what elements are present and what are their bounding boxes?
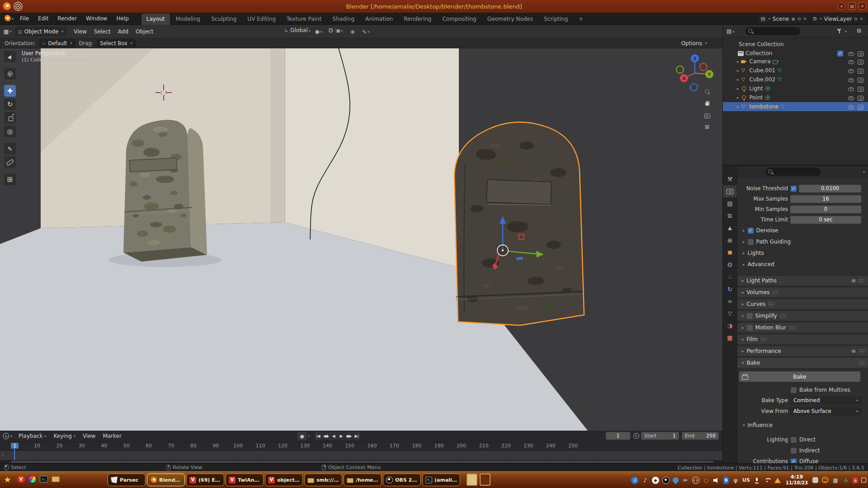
properties-tab[interactable] [723, 258, 737, 271]
menu-item[interactable]: Render [57, 15, 77, 22]
frame-ruler[interactable]: 1102030405060708090100110120130140150160… [4, 441, 584, 450]
outliner-object-row[interactable]: ▸ Cube.001 [723, 66, 868, 75]
properties-filter-dropdown[interactable]: ▾ [862, 169, 865, 175]
timeline-scrub-area[interactable] [0, 450, 722, 460]
workspace-tab[interactable]: Geometry Nodes [482, 14, 538, 25]
tool-button[interactable] [4, 156, 16, 168]
frame-end-field[interactable]: End250 [682, 432, 719, 440]
current-frame-field[interactable]: 1 [606, 432, 630, 440]
workspace-tab[interactable]: Layout [142, 14, 170, 25]
tool-button[interactable] [4, 143, 16, 155]
close-icon[interactable]: ✕ [860, 16, 863, 21]
taskbar-app-button[interactable]: OBS 29... [383, 474, 421, 486]
scene-selector[interactable]: ▤▾ Scene ◉ ⧉ ✕ [759, 14, 808, 23]
tray-icon[interactable]: US [742, 477, 750, 484]
outliner-object-row[interactable]: ▸ Cube.002 [723, 75, 868, 84]
snapping-group[interactable]: Ω |▦▾ [327, 27, 345, 36]
timeline-menu-item[interactable]: Playback▾ [19, 433, 47, 439]
transport-button[interactable]: |◀ [314, 434, 322, 438]
timeline-scrollbar[interactable] [0, 460, 722, 463]
properties-search-input[interactable] [765, 168, 821, 176]
render-visibility-icon[interactable] [857, 77, 864, 83]
maroon-swatch[interactable] [480, 474, 491, 486]
eye-icon[interactable] [848, 86, 854, 92]
render-visibility-icon[interactable] [857, 59, 864, 65]
tray-icon[interactable] [671, 476, 679, 484]
tray-icon[interactable] [631, 477, 638, 484]
transport-button[interactable]: ▶ [337, 434, 345, 438]
mode-dropdown[interactable]: ◻ Object Mode ▾ [15, 27, 66, 37]
tan-swatch[interactable] [467, 474, 477, 486]
axis-minus-x[interactable] [700, 63, 707, 70]
property-subsection[interactable]: ▸ Denoise [743, 226, 868, 235]
workspace-tab[interactable]: Sculpting [206, 14, 241, 25]
tray-icon[interactable] [692, 477, 699, 484]
tray-icon[interactable] [861, 478, 866, 483]
tray-icon[interactable] [764, 477, 771, 484]
frame-start-field[interactable]: Start1 [641, 432, 679, 440]
drag-dropdown[interactable]: Select Box▾ [97, 39, 136, 47]
property-section-header[interactable]: ▸ Curves ≡ [737, 299, 868, 310]
zoom-icon[interactable] [702, 87, 712, 96]
properties-tab[interactable] [723, 222, 737, 234]
expander-icon[interactable]: ▸ [737, 104, 739, 109]
outliner-search-input[interactable] [745, 27, 801, 35]
copy-icon[interactable]: ⧉ [797, 16, 801, 22]
properties-tab[interactable] [723, 332, 737, 344]
tray-icon[interactable] [713, 477, 720, 484]
diffuse-checkbox[interactable] [791, 459, 797, 464]
auto-keying-record-button[interactable]: ● [297, 432, 307, 440]
tool-button[interactable] [4, 126, 16, 137]
properties-tab[interactable] [723, 173, 737, 185]
scene-collection-row[interactable]: Scene Collection [723, 40, 868, 49]
render-visibility-icon[interactable] [857, 86, 864, 92]
tray-icon[interactable] [853, 477, 858, 483]
outliner-object-row[interactable]: ▸ Point [723, 93, 868, 102]
taskbar-app-button[interactable]: Parsec [108, 474, 146, 486]
viewlayer-selector[interactable]: ⧉▾ ViewLayer ⧉ ✕ [811, 14, 865, 23]
subsection-checkbox[interactable] [748, 239, 754, 245]
expander-icon[interactable]: ▸ [737, 68, 739, 73]
view-from-dropdown[interactable]: Above Surface▾ [790, 407, 861, 415]
outliner-object-row[interactable]: ▸ Light [723, 84, 868, 93]
blender-menu-icon[interactable] [4, 15, 11, 22]
transport-button[interactable]: ◀ [330, 434, 337, 438]
render-visibility-icon[interactable] [857, 104, 864, 110]
workspace-tab[interactable]: UV Editing [242, 14, 281, 25]
tool-button[interactable] [4, 68, 16, 80]
taskbar-app-button[interactable]: object ... [265, 474, 303, 486]
property-subsection[interactable]: ▸ Advanced [743, 260, 868, 268]
viewport-menu-item[interactable]: View [74, 28, 86, 35]
eye-icon[interactable] [848, 104, 854, 110]
viewport-menu-item[interactable]: Object [136, 28, 153, 35]
eye-icon[interactable] [848, 51, 854, 56]
property-section-header[interactable]: ▸ Volumes ≡ [737, 287, 868, 298]
tray-icon[interactable] [723, 477, 729, 484]
drag-grip-icon[interactable] [859, 349, 865, 353]
eye-icon[interactable] [848, 77, 854, 83]
property-value-field[interactable]: 0 [790, 206, 861, 213]
vivaldi-quick-icon[interactable]: V [17, 475, 25, 483]
section-checkbox[interactable] [747, 313, 753, 319]
render-visibility-icon[interactable] [857, 68, 864, 74]
drag-grip-icon[interactable] [760, 337, 767, 342]
workspace-tab[interactable]: Modeling [171, 14, 206, 25]
taskbar-clock[interactable]: 4:19 11/10/23 [786, 474, 808, 486]
transport-button[interactable]: ◀◆ [322, 434, 330, 438]
properties-tab[interactable] [723, 283, 737, 295]
tray-icon[interactable] [682, 477, 689, 484]
multires-checkbox[interactable] [791, 387, 797, 393]
tray-icon[interactable] [812, 477, 818, 483]
transform-orientation-dropdown[interactable]: ∟ Global▾ [285, 27, 311, 36]
pin-icon[interactable]: ◉ [791, 16, 795, 21]
taskbar-app-button[interactable]: Blender... [147, 474, 185, 486]
bake-type-dropdown[interactable]: Combined▾ [790, 396, 861, 404]
timeline-menu-item[interactable]: View▾ [83, 433, 95, 439]
workspace-tab[interactable]: Compositing [437, 14, 481, 25]
terminal-quick-icon[interactable]: >_ [40, 476, 48, 483]
outliner-object-row[interactable]: ▸ tombstone [723, 102, 868, 111]
section-checkbox[interactable] [747, 325, 753, 331]
eye-icon[interactable] [848, 68, 854, 74]
tray-icon[interactable] [652, 477, 659, 484]
property-subsection[interactable]: ▸ Lights [743, 249, 868, 257]
